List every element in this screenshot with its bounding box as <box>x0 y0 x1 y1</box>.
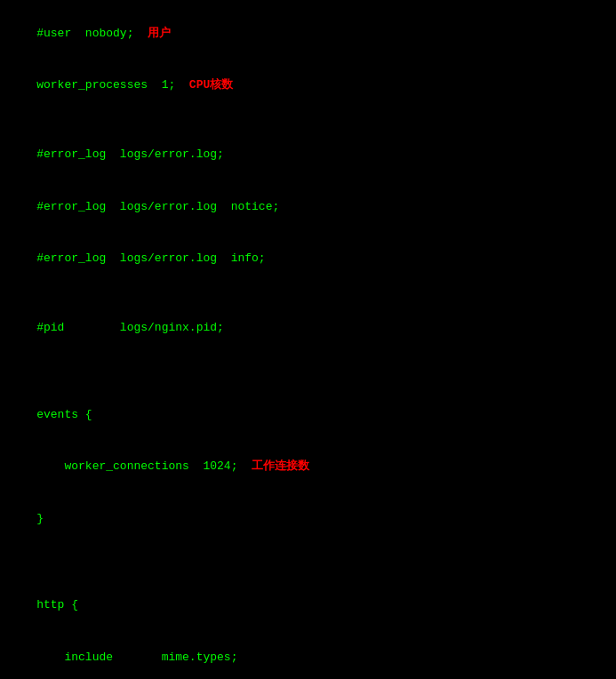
line-http-open: http { <box>9 579 607 632</box>
user-code: #user nobody; <box>36 27 148 40</box>
line-error1: #error_log logs/error.log; <box>9 129 607 181</box>
line-blank5 <box>9 545 607 563</box>
line-blank2 <box>9 284 607 302</box>
line-user: #user nobody; 用户 <box>9 7 607 60</box>
worker-processes-code: worker_processes 1; <box>36 78 189 92</box>
line-pid: #pid logs/nginx.pid; <box>9 302 607 355</box>
line-worker-processes: worker_processes 1; CPU核数 <box>9 60 607 112</box>
cpu-annotation: CPU核数 <box>189 78 233 92</box>
line-blank4 <box>9 371 607 389</box>
line-blank1 <box>9 111 607 129</box>
line-include: include mime.types; <box>9 631 607 679</box>
line-error3: #error_log logs/error.log info; <box>9 233 607 285</box>
line-blank6 <box>9 562 607 579</box>
line-events-close: } <box>9 492 607 545</box>
line-worker-conn: worker_connections 1024; 工作连接数 <box>9 441 607 493</box>
line-blank3 <box>9 354 607 371</box>
code-viewer: #user nobody; 用户 worker_processes 1; CPU… <box>9 7 607 679</box>
line-error2: #error_log logs/error.log notice; <box>9 180 607 233</box>
worker-connections-annotation: 工作连接数 <box>252 459 309 473</box>
user-annotation: 用户 <box>148 27 171 40</box>
line-events-open: events { <box>9 388 607 441</box>
